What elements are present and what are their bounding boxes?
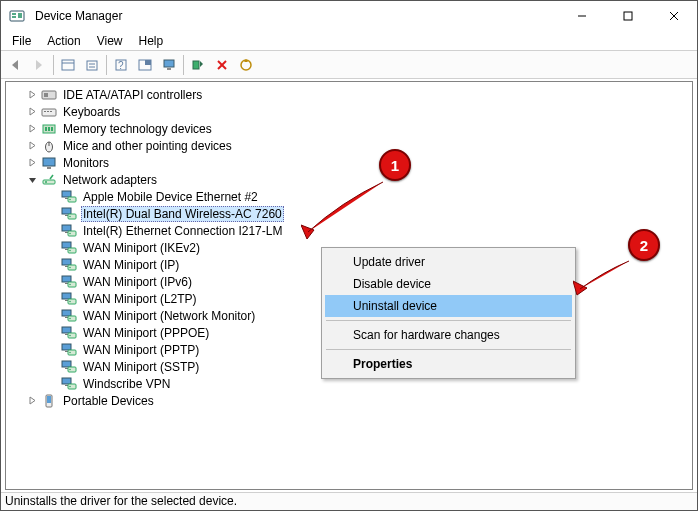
svg-rect-77 xyxy=(62,310,71,316)
svg-rect-33 xyxy=(47,111,49,112)
category-label: Keyboards xyxy=(61,105,122,119)
context-menu-item[interactable]: Scan for hardware changes xyxy=(325,324,572,346)
device-label: WAN Miniport (IP) xyxy=(81,258,181,272)
category-ide[interactable]: IDE ATA/ATAPI controllers xyxy=(6,86,692,103)
svg-marker-22 xyxy=(200,61,203,67)
category-label: IDE ATA/ATAPI controllers xyxy=(61,88,204,102)
svg-rect-93 xyxy=(62,378,71,384)
computer-icon[interactable] xyxy=(159,55,179,75)
device-item[interactable]: Intel(R) Ethernet Connection I217-LM xyxy=(6,222,692,239)
category-keyboard[interactable]: Keyboards xyxy=(6,103,692,120)
close-button[interactable] xyxy=(651,1,697,31)
svg-rect-31 xyxy=(42,109,56,116)
maximize-button[interactable] xyxy=(605,1,651,31)
svg-rect-91 xyxy=(68,367,76,372)
expand-caret[interactable] xyxy=(26,395,38,407)
expand-caret[interactable] xyxy=(26,140,38,152)
svg-marker-9 xyxy=(36,60,42,70)
svg-rect-39 xyxy=(51,127,53,131)
action-icon[interactable] xyxy=(135,55,155,75)
device-label: WAN Miniport (L2TP) xyxy=(81,292,199,306)
mouse-icon xyxy=(41,138,57,154)
svg-rect-89 xyxy=(62,361,71,367)
network-adapter-icon xyxy=(61,359,77,375)
keyboard-icon xyxy=(41,104,57,120)
svg-marker-40 xyxy=(30,142,35,149)
svg-rect-83 xyxy=(68,333,76,338)
svg-rect-29 xyxy=(44,93,48,97)
context-menu-item[interactable]: Properties xyxy=(325,353,572,375)
svg-marker-8 xyxy=(12,60,18,70)
forward-button[interactable] xyxy=(29,55,49,75)
device-label: Windscribe VPN xyxy=(81,377,172,391)
network-adapter-icon xyxy=(61,376,77,392)
context-menu-item[interactable]: Update driver xyxy=(325,251,572,273)
back-button[interactable] xyxy=(5,55,25,75)
svg-point-84 xyxy=(69,334,71,336)
svg-point-68 xyxy=(69,266,71,268)
uninstall-icon[interactable] xyxy=(212,55,232,75)
menu-view[interactable]: View xyxy=(90,33,130,49)
update-driver-icon[interactable] xyxy=(236,55,256,75)
svg-point-48 xyxy=(45,181,47,183)
category-label: Mice and other pointing devices xyxy=(61,139,234,153)
svg-rect-47 xyxy=(43,180,55,184)
device-label: WAN Miniport (IKEv2) xyxy=(81,241,202,255)
svg-rect-49 xyxy=(62,191,71,197)
context-menu-item[interactable]: Uninstall device xyxy=(325,295,572,317)
device-label: WAN Miniport (SSTP) xyxy=(81,360,201,374)
network-adapter-icon xyxy=(61,308,77,324)
menu-file[interactable]: File xyxy=(5,33,38,49)
svg-rect-95 xyxy=(68,384,76,389)
network-adapter-icon xyxy=(61,291,77,307)
svg-rect-57 xyxy=(62,225,71,231)
category-label: Memory technology devices xyxy=(61,122,214,136)
expand-caret[interactable] xyxy=(26,123,38,135)
svg-rect-12 xyxy=(87,61,97,70)
category-network[interactable]: Network adapters xyxy=(6,171,692,188)
svg-point-88 xyxy=(69,351,71,353)
svg-rect-79 xyxy=(68,316,76,321)
network-adapter-icon xyxy=(61,257,77,273)
toolbar: ? xyxy=(1,51,697,79)
svg-point-60 xyxy=(69,232,71,234)
help-icon[interactable]: ? xyxy=(111,55,131,75)
category-mouse[interactable]: Mice and other pointing devices xyxy=(6,137,692,154)
category-portable[interactable]: Portable Devices xyxy=(6,392,692,409)
expand-caret[interactable] xyxy=(26,174,38,186)
svg-rect-3 xyxy=(18,13,22,18)
portable-icon xyxy=(41,393,57,409)
svg-rect-63 xyxy=(68,248,76,253)
expand-caret[interactable] xyxy=(26,89,38,101)
svg-point-92 xyxy=(69,368,71,370)
svg-marker-46 xyxy=(29,178,36,183)
device-item[interactable]: Intel(R) Dual Band Wireless-AC 7260 xyxy=(6,205,692,222)
show-hidden-icon[interactable] xyxy=(58,55,78,75)
properties-icon[interactable] xyxy=(82,55,102,75)
menu-action[interactable]: Action xyxy=(40,33,87,49)
expand-caret[interactable] xyxy=(26,106,38,118)
device-label: WAN Miniport (IPv6) xyxy=(81,275,194,289)
svg-rect-34 xyxy=(50,111,52,112)
annotation-badge-1: 1 xyxy=(379,149,411,181)
svg-rect-38 xyxy=(48,127,50,131)
svg-rect-32 xyxy=(44,111,46,112)
svg-marker-30 xyxy=(30,108,35,115)
context-menu-item[interactable]: Disable device xyxy=(325,273,572,295)
window-controls xyxy=(559,1,697,31)
menu-help[interactable]: Help xyxy=(132,33,171,49)
svg-rect-67 xyxy=(68,265,76,270)
svg-rect-1 xyxy=(12,13,16,15)
svg-point-80 xyxy=(69,317,71,319)
annotation-badge-2: 2 xyxy=(628,229,660,261)
expand-caret[interactable] xyxy=(26,157,38,169)
svg-rect-21 xyxy=(193,61,199,69)
network-icon xyxy=(41,172,57,188)
category-monitor[interactable]: Monitors xyxy=(6,154,692,171)
svg-rect-99 xyxy=(47,396,51,403)
scan-hardware-icon[interactable] xyxy=(188,55,208,75)
network-adapter-icon xyxy=(61,274,77,290)
category-memory[interactable]: Memory technology devices xyxy=(6,120,692,137)
minimize-button[interactable] xyxy=(559,1,605,31)
device-item[interactable]: Apple Mobile Device Ethernet #2 xyxy=(6,188,692,205)
